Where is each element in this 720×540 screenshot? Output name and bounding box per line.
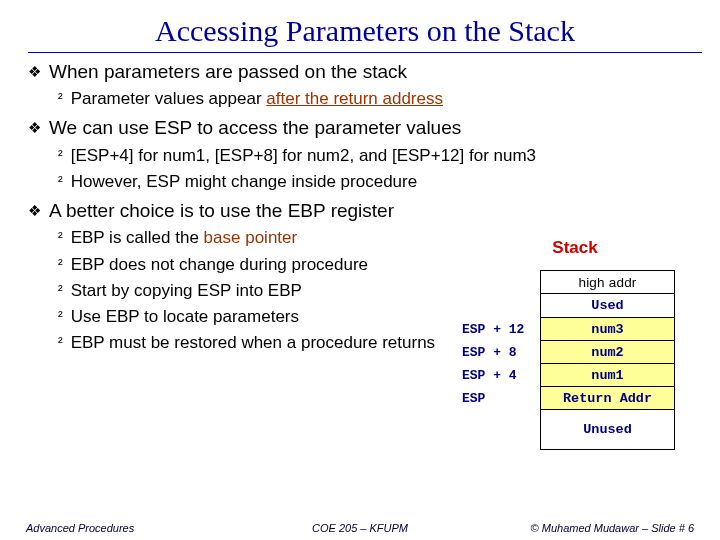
diamond-icon: ❖ — [28, 63, 41, 83]
bullet-l1: ❖ A better choice is to use the EBP regi… — [28, 199, 696, 222]
stack-row: ESP + 12 num3 — [460, 318, 690, 341]
stack-offset-label: ESP — [460, 387, 540, 410]
stack-row: Unused — [460, 410, 690, 450]
stack-offset-label: ESP + 4 — [460, 364, 540, 387]
diamond-icon: ❖ — [28, 119, 41, 139]
slide-title: Accessing Parameters on the Stack — [28, 0, 702, 53]
footer-center: COE 205 – KFUPM — [249, 522, 472, 534]
stack-row: ESP Return Addr — [460, 387, 690, 410]
bullet-l2: ² [ESP+4] for num1, [ESP+8] for num2, an… — [58, 145, 696, 166]
wingding-icon: ² — [58, 173, 63, 192]
stack-value: num1 — [540, 364, 675, 387]
wingding-icon: ² — [58, 282, 63, 301]
wingding-icon: ² — [58, 308, 63, 327]
bullet-text: A better choice is to use the EBP regist… — [49, 199, 394, 222]
stack-row: ESP + 8 num2 — [460, 341, 690, 364]
bullet-text-part: EBP is called the — [71, 228, 204, 247]
slide: Accessing Parameters on the Stack ❖ When… — [0, 0, 720, 540]
bullet-l2: ² Parameter values appear after the retu… — [58, 88, 696, 109]
bullet-l1: ❖ When parameters are passed on the stac… — [28, 60, 696, 83]
bullet-text: However, ESP might change inside procedu… — [71, 171, 418, 192]
footer-left: Advanced Procedures — [26, 522, 249, 534]
bullet-text: Parameter values appear after the return… — [71, 88, 443, 109]
stack-unused: Unused — [540, 410, 675, 450]
bullet-text: EBP must be restored when a procedure re… — [71, 332, 435, 353]
bullet-text: Start by copying ESP into EBP — [71, 280, 302, 301]
wingding-icon: ² — [58, 256, 63, 275]
bullet-text: [ESP+4] for num1, [ESP+8] for num2, and … — [71, 145, 536, 166]
stack-diagram: Stack high addr Used ESP + 12 num3 ESP +… — [460, 238, 690, 450]
highlight-text: base pointer — [204, 228, 298, 247]
stack-high-addr: high addr — [540, 270, 675, 293]
stack-row: ESP + 4 num1 — [460, 364, 690, 387]
bullet-text: Use EBP to locate parameters — [71, 306, 299, 327]
stack-value: num3 — [540, 318, 675, 341]
wingding-icon: ² — [58, 147, 63, 166]
wingding-icon: ² — [58, 90, 63, 109]
highlight-text: after the return address — [266, 89, 443, 108]
bullet-text: We can use ESP to access the parameter v… — [49, 116, 461, 139]
stack-offset-label: ESP + 8 — [460, 341, 540, 364]
stack-offset-label — [460, 410, 540, 450]
stack-offset-label: ESP + 12 — [460, 318, 540, 341]
bullet-l1: ❖ We can use ESP to access the parameter… — [28, 116, 696, 139]
stack-row: high addr — [460, 270, 690, 293]
footer: Advanced Procedures COE 205 – KFUPM © Mu… — [0, 522, 720, 534]
stack-value: num2 — [540, 341, 675, 364]
bullet-text-part: Parameter values appear — [71, 89, 267, 108]
stack-used: Used — [540, 293, 675, 318]
stack-heading: Stack — [460, 238, 690, 258]
wingding-icon: ² — [58, 334, 63, 353]
bullet-text: When parameters are passed on the stack — [49, 60, 407, 83]
stack-offset-label — [460, 270, 540, 293]
stack-offset-label — [460, 293, 540, 318]
stack-row: Used — [460, 293, 690, 318]
stack-value: Return Addr — [540, 387, 675, 410]
bullet-text: EBP is called the base pointer — [71, 227, 298, 248]
footer-right: © Muhamed Mudawar – Slide # 6 — [471, 522, 694, 534]
diamond-icon: ❖ — [28, 202, 41, 222]
bullet-l2: ² However, ESP might change inside proce… — [58, 171, 696, 192]
bullet-text: EBP does not change during procedure — [71, 254, 368, 275]
wingding-icon: ² — [58, 229, 63, 248]
